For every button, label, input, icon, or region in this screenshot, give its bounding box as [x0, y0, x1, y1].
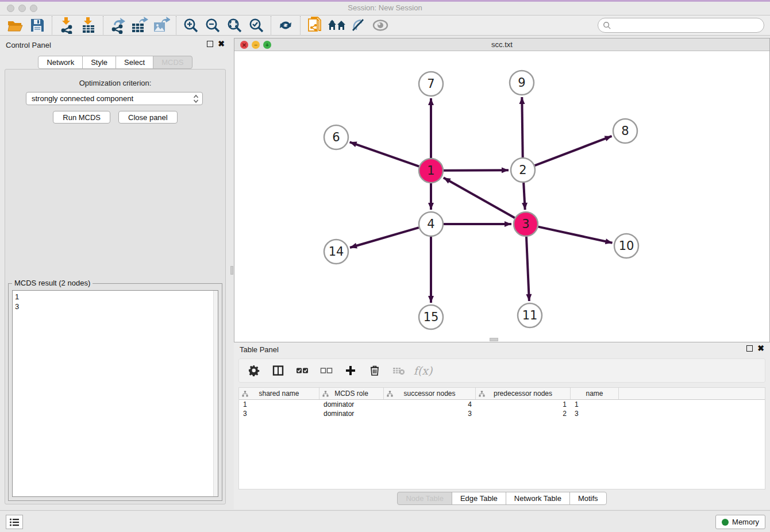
trash-icon[interactable]	[368, 364, 382, 377]
mcds-result-text: 13	[13, 291, 218, 313]
home-icon[interactable]	[326, 16, 348, 35]
delete-table-icon[interactable]	[392, 364, 406, 377]
show-graphics-icon[interactable]	[369, 16, 391, 35]
memory-label: Memory	[732, 518, 759, 526]
graph-edge-1-6[interactable]	[350, 142, 419, 166]
optimization-criterion-label: Optimization criterion:	[5, 79, 225, 87]
graph-edge-4-14[interactable]	[350, 228, 419, 248]
tab-motifs[interactable]: Motifs	[569, 492, 607, 505]
export-table-icon[interactable]	[129, 16, 151, 35]
apply-layout-icon[interactable]	[275, 16, 297, 35]
graph-edge-2-8[interactable]	[535, 136, 612, 165]
table-body: 1dominator4113dominator323	[239, 400, 765, 418]
mcds-result-scrollbar[interactable]	[213, 291, 218, 496]
graph-edge-3-11[interactable]	[526, 237, 529, 301]
node-table: shared nameMCDS rolesuccessor nodesprede…	[238, 387, 765, 489]
table-row[interactable]: 1dominator411	[239, 400, 765, 409]
tab-mcds[interactable]: MCDS	[153, 56, 192, 69]
task-history-button[interactable]	[6, 515, 23, 529]
search-field[interactable]	[598, 18, 764, 33]
table-cell-successor-nodes: 4	[384, 400, 476, 409]
mcds-result-area[interactable]: 13	[12, 290, 218, 497]
network-window-titlebar[interactable]: ✕ – + scc.txt	[234, 38, 769, 51]
criterion-dropdown[interactable]: strongly connected component	[26, 92, 203, 105]
run-mcds-button[interactable]: Run MCDS	[53, 111, 110, 124]
table-header-row: shared nameMCDS rolesuccessor nodesprede…	[239, 388, 765, 400]
column-header-label: name	[586, 390, 603, 398]
table-panel-title: Table Panel	[240, 345, 279, 354]
graph-edge-2-9[interactable]	[522, 97, 522, 157]
graph-edge-2-3[interactable]	[523, 183, 525, 210]
graph-edge-1-2[interactable]	[444, 170, 509, 171]
toolbar-separator	[103, 16, 103, 34]
graph-node-label-10: 10	[619, 239, 634, 253]
search-input[interactable]	[611, 20, 764, 31]
export-image-icon[interactable]	[151, 16, 172, 35]
mcds-tab-content: Optimization criterion: strongly connect…	[5, 69, 226, 504]
tab-edge-table[interactable]: Edge Table	[452, 492, 506, 505]
close-table-panel-icon[interactable]: ✖	[757, 345, 764, 352]
graph-node-label-9: 9	[518, 76, 525, 90]
table-cell-mcds-role: dominator	[319, 400, 384, 409]
close-panel-icon[interactable]: ✖	[218, 41, 225, 47]
hide-panels-icon[interactable]	[348, 16, 369, 35]
column-header-name[interactable]: name	[571, 388, 619, 399]
graph-edge-3-1[interactable]	[444, 178, 515, 218]
graph-node-label-11: 11	[522, 309, 538, 322]
table-cell-successor-nodes: 3	[384, 409, 476, 418]
table-row[interactable]: 3dominator323	[239, 409, 765, 418]
float-table-panel-icon[interactable]	[746, 345, 753, 352]
tab-style[interactable]: Style	[82, 56, 116, 69]
table-tabs: Node Table Edge Table Network Table Moti…	[234, 492, 770, 505]
columns-icon[interactable]	[271, 364, 285, 377]
open-session-icon[interactable]	[5, 16, 26, 35]
column-header-label: predecessor nodes	[494, 390, 552, 398]
graph-edge-3-10[interactable]	[538, 227, 612, 243]
float-panel-icon[interactable]	[207, 41, 213, 47]
table-cell-name: 1	[571, 400, 619, 409]
column-header-shared-name[interactable]: shared name	[239, 388, 319, 399]
toolbar-separator	[300, 16, 301, 34]
mcds-result-title: MCDS result (2 nodes)	[12, 279, 93, 287]
zoom-fit-icon[interactable]	[224, 16, 245, 35]
tab-select[interactable]: Select	[116, 56, 153, 69]
graph-node-label-6: 6	[332, 130, 340, 144]
graph-node-label-2: 2	[519, 163, 526, 177]
column-header-mcds-role[interactable]: MCDS role	[319, 388, 384, 399]
search-icon	[603, 21, 611, 30]
zoom-out-icon[interactable]	[202, 16, 224, 35]
import-table-icon[interactable]	[78, 16, 99, 35]
column-header-label: MCDS role	[334, 390, 368, 398]
tab-node-table[interactable]: Node Table	[397, 492, 452, 505]
control-panel-title: Control Panel	[6, 41, 51, 49]
network-canvas[interactable]: 7968124314101511	[234, 51, 769, 342]
memory-button[interactable]: Memory	[715, 515, 765, 529]
table-toolbar: f(x)	[238, 358, 765, 383]
graph-node-label-3: 3	[522, 217, 529, 231]
new-network-file-icon[interactable]	[304, 16, 326, 35]
export-network-icon[interactable]	[107, 16, 129, 35]
tab-network[interactable]: Network	[38, 56, 83, 69]
checkboxes-unchecked-icon[interactable]	[319, 364, 333, 377]
gear-icon[interactable]	[247, 364, 261, 377]
save-session-icon[interactable]	[26, 16, 48, 35]
column-header-predecessor-nodes[interactable]: predecessor nodes	[476, 388, 571, 399]
table-cell-name: 3	[571, 409, 619, 418]
task-list-icon	[9, 518, 20, 527]
session-title: Session: New Session	[0, 3, 770, 12]
vertical-splitter-grip[interactable]	[230, 266, 233, 275]
table-cell-predecessor-nodes: 2	[476, 409, 571, 418]
tab-network-table[interactable]: Network Table	[506, 492, 570, 505]
import-network-icon[interactable]	[56, 16, 78, 35]
zoom-selected-icon[interactable]	[245, 16, 267, 35]
graph-node-label-8: 8	[621, 124, 629, 138]
add-icon[interactable]	[344, 364, 357, 377]
horizontal-splitter-grip[interactable]	[490, 338, 498, 341]
column-header-successor-nodes[interactable]: successor nodes	[384, 388, 476, 399]
zoom-in-icon[interactable]	[180, 16, 202, 35]
mcds-result-line: 1	[15, 292, 215, 302]
checkboxes-checked-icon[interactable]	[295, 364, 309, 377]
function-builder-icon[interactable]: f(x)	[416, 364, 430, 377]
close-panel-button[interactable]: Close panel	[118, 111, 178, 124]
control-panel-header: Control Panel ✖	[0, 38, 230, 53]
